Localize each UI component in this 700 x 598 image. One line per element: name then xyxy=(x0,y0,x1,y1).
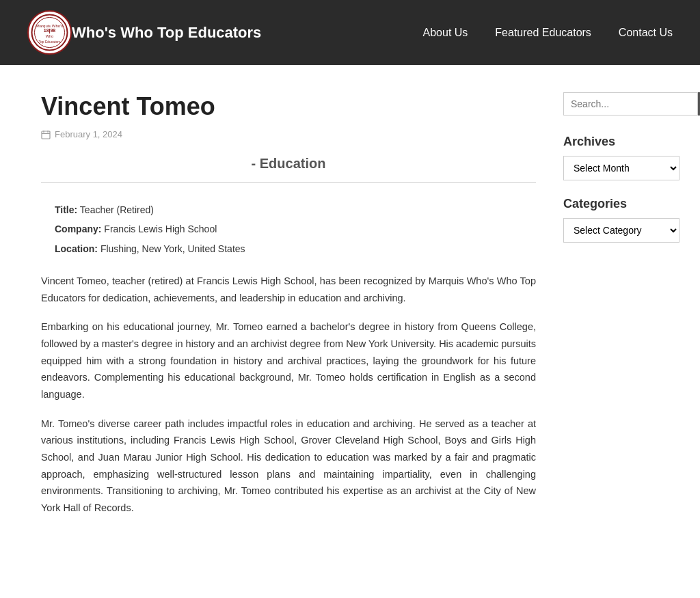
profile-details: Title: Teacher (Retired) Company: Franci… xyxy=(41,202,536,256)
paragraph-2: Embarking on his educational journey, Mr… xyxy=(41,318,536,403)
paragraph-3: Mr. Tomeo's diverse career path includes… xyxy=(41,416,536,517)
main-nav: About Us Featured Educators Contact Us xyxy=(423,27,673,39)
svg-text:Top Educators: Top Educators xyxy=(39,40,61,44)
paragraph-1: Vincent Tomeo, teacher (retired) at Fran… xyxy=(41,273,536,306)
page-wrapper: Vincent Tomeo February 1, 2024 Education… xyxy=(0,65,700,570)
calendar-icon xyxy=(41,130,51,139)
title-value: Teacher (Retired) xyxy=(80,204,154,215)
section-heading: Education xyxy=(41,156,536,172)
post-date: February 1, 2024 xyxy=(41,129,536,139)
svg-text:18|98: 18|98 xyxy=(44,28,56,33)
archives-select[interactable]: Select Month xyxy=(563,156,679,180)
main-content: Vincent Tomeo February 1, 2024 Education… xyxy=(21,92,536,529)
content-divider xyxy=(41,182,536,183)
search-input[interactable] xyxy=(563,92,698,115)
archives-title: Archives xyxy=(563,135,679,149)
post-title: Vincent Tomeo xyxy=(41,92,536,121)
nav-contact[interactable]: Contact Us xyxy=(619,27,673,39)
location-label: Location: xyxy=(55,243,98,254)
company-label: Company: xyxy=(55,223,101,234)
svg-text:Who: Who xyxy=(46,34,53,38)
location-value: Flushing, New York, United States xyxy=(100,243,245,254)
nav-featured[interactable]: Featured Educators xyxy=(495,27,591,39)
site-header: Marquis Who's 18|98 Who Top Educators Wh… xyxy=(0,0,700,65)
title-field: Title: Teacher (Retired) xyxy=(55,202,536,217)
site-title: Who's Who Top Educators xyxy=(72,24,423,42)
location-field: Location: Flushing, New York, United Sta… xyxy=(55,241,536,256)
title-label: Title: xyxy=(55,204,77,215)
company-value: Francis Lewis High School xyxy=(104,223,217,234)
svg-rect-6 xyxy=(42,131,50,139)
post-date-text: February 1, 2024 xyxy=(55,129,122,139)
search-box: 🔍 xyxy=(563,92,679,115)
post-body: Vincent Tomeo, teacher (retired) at Fran… xyxy=(41,273,536,516)
categories-title: Categories xyxy=(563,197,679,211)
company-field: Company: Francis Lewis High School xyxy=(55,221,536,236)
site-logo: Marquis Who's 18|98 Who Top Educators xyxy=(27,10,72,55)
nav-about[interactable]: About Us xyxy=(423,27,468,39)
categories-select[interactable]: Select Category xyxy=(563,218,679,243)
sidebar: 🔍 Archives Select Month Categories Selec… xyxy=(563,92,679,529)
